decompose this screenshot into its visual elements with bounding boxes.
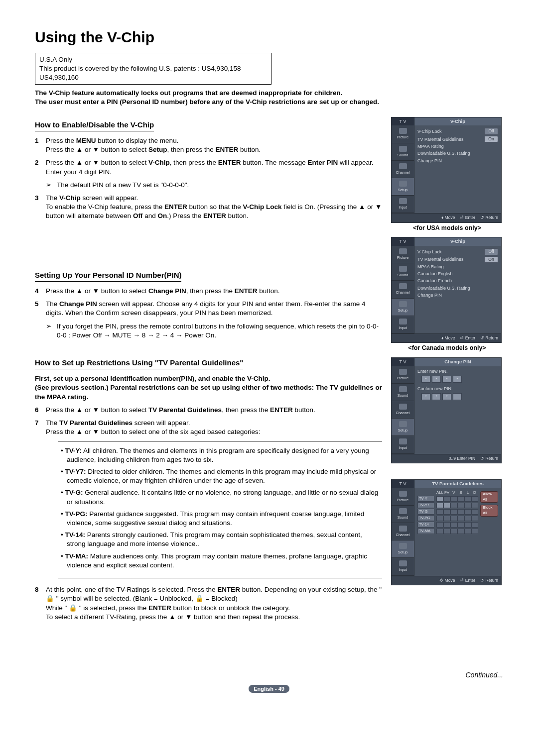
grid-cell[interactable] — [450, 503, 457, 508]
allow-all-button[interactable]: Allow All — [480, 491, 498, 503]
osd-nav-item[interactable]: Picture — [392, 246, 414, 263]
grid-cell[interactable] — [450, 529, 457, 534]
osd-menu-row[interactable]: V-Chip LockOff — [417, 127, 498, 135]
osd-row-label: Change PIN — [417, 292, 442, 298]
osd-row-label: Change PIN — [417, 158, 442, 164]
osd-content: ALLFVVSLDTV-YTV-Y7TV-GTV-PGTV-14TV-MA Al… — [414, 488, 501, 576]
grid-cell[interactable] — [443, 496, 450, 502]
grid-cell[interactable] — [471, 516, 478, 521]
osd-nav-item[interactable]: Channel — [392, 281, 414, 298]
grid-col-label: V — [450, 490, 457, 496]
osd-menu-row[interactable]: MPAA Rating — [417, 143, 498, 150]
osd-nav-item[interactable]: Channel — [392, 161, 414, 178]
grid-cell[interactable] — [471, 496, 478, 502]
osd-menu-row[interactable]: V-Chip LockOff — [417, 248, 498, 255]
grid-cell[interactable] — [471, 522, 478, 528]
osd-row-value: Off — [484, 128, 498, 134]
foot-move: Move — [445, 335, 455, 340]
osd-menu-row[interactable]: TV Parental GuidelinesOn — [417, 256, 498, 263]
osd-nav-item[interactable]: Channel — [392, 523, 414, 540]
osd-nav-item[interactable]: Input — [392, 316, 414, 333]
osd-nav-item[interactable]: Setup — [392, 540, 414, 558]
grid-cell[interactable] — [450, 509, 457, 515]
nav-label: Input — [399, 325, 407, 330]
grid-cell[interactable] — [457, 522, 464, 528]
osd-menu-row[interactable]: Downloadable U.S. Rating — [417, 285, 498, 292]
nav-icon — [399, 319, 407, 324]
confirm-new-pin-label: Confirm new PIN. — [417, 386, 498, 392]
osd-menu-row[interactable]: Canadian French — [417, 277, 498, 284]
grid-cell[interactable] — [457, 503, 464, 508]
grid-cell[interactable] — [457, 496, 464, 502]
osd-title: V-Chip — [414, 237, 501, 246]
nav-icon — [399, 283, 407, 289]
osd-nav-item[interactable]: Sound — [392, 506, 414, 523]
grid-cell[interactable] — [464, 503, 471, 508]
osd-menu-row[interactable]: Canadian English — [417, 270, 498, 277]
grid-cell[interactable] — [436, 529, 443, 534]
patent-line: This product is covered by the following… — [39, 64, 267, 82]
osd-menu-row[interactable]: Downloadable U.S. Rating — [417, 150, 498, 157]
foot-return: Return — [485, 578, 498, 583]
grid-cell[interactable] — [443, 529, 450, 534]
grid-cell[interactable] — [457, 516, 464, 521]
foot-enterpin: Enter PIN — [457, 456, 475, 461]
osd-nav-item[interactable]: Input — [392, 196, 414, 213]
grid-cell[interactable] — [464, 496, 471, 502]
osd-menu-row[interactable]: MPAA Rating — [417, 263, 498, 270]
nav-icon — [399, 438, 407, 444]
osd-change-pin: T VChange PIN PictureSoundChannelSetupIn… — [391, 357, 502, 463]
grid-cell[interactable] — [443, 516, 450, 521]
osd-nav-item[interactable]: Setup — [392, 299, 414, 316]
grid-cell[interactable] — [443, 509, 450, 515]
osd-nav-item[interactable]: Sound — [392, 143, 414, 161]
osd-nav-item[interactable]: Setup — [392, 178, 414, 196]
grid-cell[interactable] — [436, 509, 443, 515]
osd-nav-item[interactable]: Picture — [392, 125, 414, 143]
foot-enter: Enter — [465, 578, 475, 583]
nav-label: Setup — [398, 428, 408, 433]
section-pin-heading: Setting Up Your Personal ID Number(PIN) — [35, 270, 181, 282]
nav-label: Input — [399, 445, 407, 450]
grid-cell[interactable] — [436, 503, 443, 508]
grid-cell[interactable] — [450, 496, 457, 502]
grid-cell[interactable] — [464, 522, 471, 528]
grid-cell[interactable] — [471, 529, 478, 534]
grid-cell[interactable] — [464, 509, 471, 515]
osd-nav-item[interactable]: Setup — [392, 419, 414, 436]
grid-cell[interactable] — [457, 529, 464, 534]
osd-menu-row[interactable]: TV Parental GuidelinesOn — [417, 135, 498, 143]
osd-menu-row[interactable]: Change PIN — [417, 157, 498, 164]
osd-nav-item[interactable]: Picture — [392, 366, 414, 384]
grid-cell[interactable] — [464, 516, 471, 521]
step-6: 6Press the ▲ or ▼ button to select TV Pa… — [35, 406, 382, 415]
grid-cell[interactable] — [471, 509, 478, 515]
osd-nav-item[interactable]: Input — [392, 558, 414, 575]
grid-cell[interactable] — [443, 503, 450, 508]
grid-cell[interactable] — [464, 529, 471, 534]
osd-content: Enter new PIN. **** Confirm new PIN. *** — [414, 366, 501, 454]
osd-nav-item[interactable]: Input — [392, 436, 414, 453]
note-arrow-icon: ➢ — [46, 322, 57, 340]
foot-enter: Enter — [465, 335, 475, 340]
grid-cell[interactable] — [436, 516, 443, 521]
step-text: The V-Chip screen will appear.To enable … — [46, 194, 382, 221]
osd-menu-row[interactable]: Change PIN — [417, 292, 498, 299]
grid-cell[interactable] — [457, 509, 464, 515]
grid-cell[interactable] — [450, 516, 457, 521]
osd-nav-item[interactable]: Sound — [392, 384, 414, 401]
osd-nav-item[interactable]: Sound — [392, 263, 414, 281]
grid-cell[interactable] — [471, 503, 478, 508]
osd-nav-item[interactable]: Channel — [392, 401, 414, 419]
osd-nav-item[interactable]: Picture — [392, 488, 414, 506]
grid-cell[interactable] — [450, 522, 457, 528]
block-all-button[interactable]: Block All — [480, 505, 498, 517]
grid-cell[interactable] — [443, 522, 450, 528]
osd-content: V-Chip LockOffTV Parental GuidelinesOnMP… — [414, 246, 501, 333]
step-number: 3 — [35, 194, 46, 221]
grid-cell[interactable] — [436, 496, 443, 502]
osd-footer: ♦ Move⏎ Enter↺ Return — [392, 213, 501, 222]
foot-enter: Enter — [465, 215, 475, 220]
grid-cell[interactable] — [436, 522, 443, 528]
osd-nav: PictureSoundChannelSetupInput — [392, 246, 414, 333]
